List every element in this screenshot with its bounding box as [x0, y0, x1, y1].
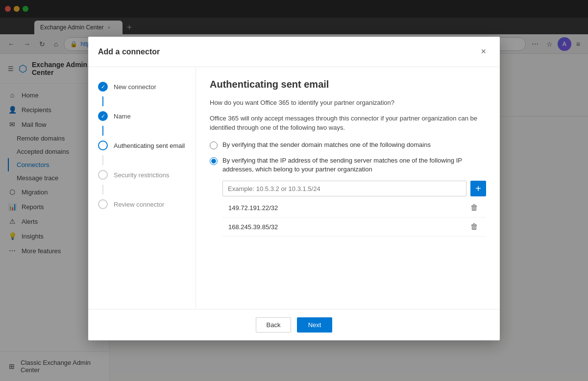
radio-domain-input[interactable] [210, 142, 218, 149]
wizard-sidebar: ✓ New connector ✓ Name Authenticating se… [88, 67, 196, 309]
wizard-connector-1 [102, 96, 103, 106]
wizard-step-security[interactable]: Security restrictions [88, 165, 196, 185]
ip-address-0: 149.72.191.22/32 [228, 204, 278, 212]
wizard-step-label-5: Review connector [114, 201, 164, 208]
wizard-content-title: Authenticating sent email [210, 79, 486, 90]
ip-delete-button-0[interactable]: 🗑 [468, 202, 480, 213]
wizard-connector-3 [102, 155, 103, 165]
wizard-step-name[interactable]: ✓ Name [88, 106, 196, 126]
ip-address-input[interactable] [222, 181, 466, 196]
modal-body: ✓ New connector ✓ Name Authenticating se… [88, 67, 500, 309]
ip-add-button[interactable]: + [470, 181, 486, 196]
ip-list-item-0: 149.72.191.22/32 🗑 [222, 198, 486, 217]
ip-list-item-1: 168.245.39.85/32 🗑 [222, 217, 486, 237]
wizard-step-label-2: Name [114, 113, 131, 120]
radio-domain-label[interactable]: By verifying that the sender domain matc… [222, 141, 431, 149]
wizard-description-2: Office 365 will only accept messages thr… [210, 114, 486, 133]
wizard-step-indicator-4 [98, 170, 108, 180]
modal-title: Add a connector [98, 48, 160, 56]
radio-ip-label[interactable]: By verifying that the IP address of the … [222, 156, 486, 174]
wizard-step-review[interactable]: Review connector [88, 194, 196, 214]
next-button[interactable]: Next [297, 317, 332, 333]
wizard-step-label-4: Security restrictions [114, 171, 169, 179]
wizard-connector-2 [102, 126, 103, 136]
radio-group: By verifying that the sender domain matc… [210, 141, 486, 237]
modal-header: Add a connector × [88, 37, 500, 67]
wizard-description-1: How do you want Office 365 to identify y… [210, 98, 486, 108]
wizard-step-indicator-2: ✓ [98, 111, 108, 121]
radio-item-ip: By verifying that the IP address of the … [210, 156, 486, 174]
ip-list: 149.72.191.22/32 🗑 168.245.39.85/32 🗑 [222, 198, 486, 237]
wizard-step-authenticating[interactable]: Authenticating sent email [88, 136, 196, 155]
wizard-step-label-1: New connector [114, 83, 156, 91]
modal-close-button[interactable]: × [477, 45, 490, 59]
ip-input-row: + [222, 181, 486, 196]
ip-add-icon: + [475, 183, 481, 194]
wizard-step-label-3: Authenticating sent email [114, 142, 185, 149]
modal-overlay: Add a connector × ✓ New connector ✓ Name [0, 0, 588, 381]
modal: Add a connector × ✓ New connector ✓ Name [88, 37, 500, 340]
radio-item-domain: By verifying that the sender domain matc… [210, 141, 486, 149]
back-button[interactable]: Back [256, 317, 291, 333]
wizard-step-indicator-1: ✓ [98, 82, 108, 92]
wizard-step-indicator-5 [98, 199, 108, 209]
wizard-content: Authenticating sent email How do you wan… [196, 67, 500, 309]
radio-ip-input[interactable] [210, 157, 218, 165]
modal-footer: Back Next [88, 309, 500, 340]
ip-address-1: 168.245.39.85/32 [228, 223, 278, 231]
wizard-step-new-connector[interactable]: ✓ New connector [88, 77, 196, 96]
wizard-connector-4 [102, 185, 103, 194]
wizard-step-indicator-3 [98, 141, 108, 150]
ip-delete-button-1[interactable]: 🗑 [468, 221, 480, 232]
